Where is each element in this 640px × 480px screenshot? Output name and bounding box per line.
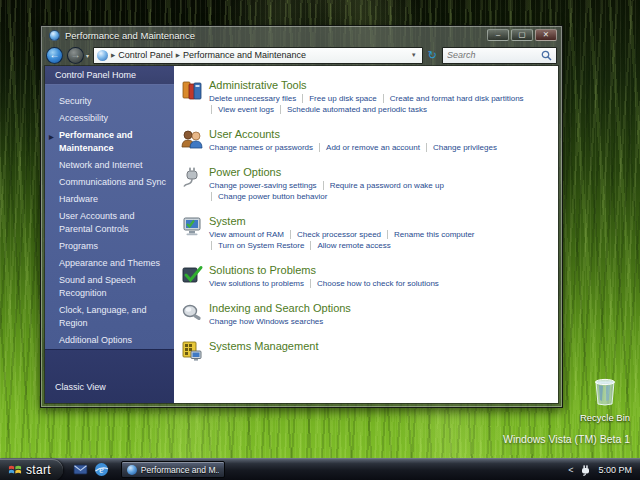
task-link[interactable]: Change how Windows searches [209,317,323,326]
task-link[interactable]: View amount of RAM [209,230,284,239]
link-separator [290,230,291,239]
section-links-row: View amount of RAM Check processor speed… [209,230,552,239]
link-separator [211,192,212,201]
breadcrumb[interactable]: ▶ Control Panel ▶ Performance and Mainte… [93,47,423,64]
sidebar-item-label: Performance and Maintenance [59,130,133,153]
history-dropdown-icon[interactable]: ▾ [86,52,89,59]
task-link[interactable]: Schedule automated and periodic tasks [287,105,427,114]
build-watermark: Windows Vista (TM) Beta 1 [503,433,630,445]
taskbar-clock[interactable]: 5:00 PM [598,465,632,475]
sidebar-footer: Classic View [45,349,174,403]
sidebar-item-additional-options[interactable]: Additional Options [45,332,174,349]
section-title[interactable]: Solutions to Problems [209,264,552,276]
sidebar-item-classic-view[interactable]: Classic View [55,382,106,392]
task-button-label: Performance and M... [141,465,219,475]
section-title[interactable]: User Accounts [209,128,552,140]
mail-icon[interactable] [73,462,88,477]
taskbar: start e Performance and M... < [0,458,640,480]
minimize-button[interactable]: – [487,29,509,41]
internet-explorer-icon[interactable]: e [94,462,109,477]
maximize-button[interactable]: ▢ [511,29,533,41]
sidebar-item-user-accounts-and-parental-controls[interactable]: User Accounts and Parental Controls [45,208,174,238]
task-link[interactable]: Change privileges [433,143,497,152]
section-indexing-and-search-options: Indexing and Search Options Change how W… [178,301,552,328]
task-link[interactable]: Change power-saving settings [209,181,317,190]
section-links-row: View solutions to problems Choose how to… [209,279,552,288]
recycle-bin-label: Recycle Bin [576,412,634,423]
section-links-row: View event logs Schedule automated and p… [209,105,552,114]
sidebar-item-accessibility[interactable]: Accessibility [45,110,174,127]
task-link[interactable]: Free up disk space [309,94,377,103]
link-separator [302,94,303,103]
user-accounts-icon [180,127,204,151]
forward-button[interactable]: → [67,47,84,64]
quick-launch: e [73,462,109,477]
sidebar-item-performance-and-maintenance[interactable]: ▶ Performance and Maintenance [45,127,174,157]
tray-expand-icon[interactable]: < [568,465,573,475]
close-button[interactable]: ✕ [535,29,557,41]
sidebar-item-network-and-internet[interactable]: Network and Internet [45,157,174,174]
sidebar-item-clock-language-and-region[interactable]: Clock, Language, and Region [45,302,174,332]
sidebar: Control Panel Home Security Accessibilit… [45,66,174,403]
search-icon [541,50,552,61]
task-link[interactable]: Choose how to check for solutions [317,279,439,288]
search-box[interactable] [442,47,557,64]
section-links-row: Delete unnecessary files Free up disk sp… [209,94,552,103]
forward-arrow-icon: → [68,48,83,63]
sidebar-item-hardware[interactable]: Hardware [45,191,174,208]
control-panel-window: Performance and Maintenance – ▢ ✕ ← → ▾ … [40,25,563,408]
systems-management-icon [180,339,204,363]
recycle-bin[interactable]: Recycle Bin [576,376,634,423]
section-title[interactable]: System [209,215,552,227]
task-link[interactable]: View event logs [218,105,274,114]
section-title[interactable]: Indexing and Search Options [209,302,552,314]
link-separator [323,181,324,190]
task-link[interactable]: Rename this computer [394,230,474,239]
breadcrumb-control-panel[interactable]: Control Panel [118,50,173,60]
back-arrow-icon: ← [47,48,62,63]
sidebar-item-label: Appearance and Themes [59,258,160,268]
breadcrumb-separator-icon: ▶ [176,52,180,58]
task-link[interactable]: Require a password on wake up [330,181,444,190]
title-bar[interactable]: Performance and Maintenance – ▢ ✕ [41,26,562,44]
task-link[interactable]: View solutions to problems [209,279,304,288]
power-plug-tray-icon[interactable] [579,464,592,476]
link-separator [387,230,388,239]
solutions-icon [180,263,204,287]
task-link[interactable]: Check processor speed [297,230,381,239]
power-options-icon [180,165,204,189]
sidebar-item-programs[interactable]: Programs [45,238,174,255]
task-link[interactable]: Create and format hard disk partitions [390,94,524,103]
address-bar: ← → ▾ ▶ Control Panel ▶ Performance and … [41,44,562,66]
back-button[interactable]: ← [46,47,63,64]
task-link[interactable]: Allow remote access [317,241,390,250]
search-input[interactable] [447,50,538,60]
section-title[interactable]: Administrative Tools [209,79,552,91]
sidebar-item-appearance-and-themes[interactable]: Appearance and Themes [45,255,174,272]
window-icon [49,30,60,41]
sidebar-item-sound-and-speech-recognition[interactable]: Sound and Speech Recognition [45,272,174,302]
section-links-row: Change power button behavior [209,192,552,201]
sidebar-item-communications-and-sync[interactable]: Communications and Sync [45,174,174,191]
task-link[interactable]: Change names or passwords [209,143,313,152]
section-title[interactable]: Systems Management [209,340,552,352]
sidebar-item-control-panel-home[interactable]: Control Panel Home [45,66,174,85]
link-separator [426,143,427,152]
sidebar-item-security[interactable]: Security [45,93,174,110]
breadcrumb-separator-icon: ▶ [111,52,115,58]
sidebar-item-label: Clock, Language, and Region [59,305,147,328]
address-dropdown-icon[interactable]: ▼ [409,52,419,58]
section-systems-management: Systems Management [178,339,552,363]
breadcrumb-current[interactable]: Performance and Maintenance [183,50,306,60]
task-link[interactable]: Change power button behavior [218,192,327,201]
sidebar-item-label: Hardware [59,194,98,204]
refresh-icon[interactable]: ↻ [428,50,437,61]
task-link[interactable]: Turn on System Restore [218,241,304,250]
start-button[interactable]: start [0,459,63,480]
task-link[interactable]: Delete unnecessary files [209,94,296,103]
svg-text:e: e [99,464,104,475]
link-separator [211,105,212,114]
task-link[interactable]: Add or remove an account [326,143,420,152]
taskbar-button-performance-and-maintenance[interactable]: Performance and M... [121,461,225,478]
section-title[interactable]: Power Options [209,166,552,178]
